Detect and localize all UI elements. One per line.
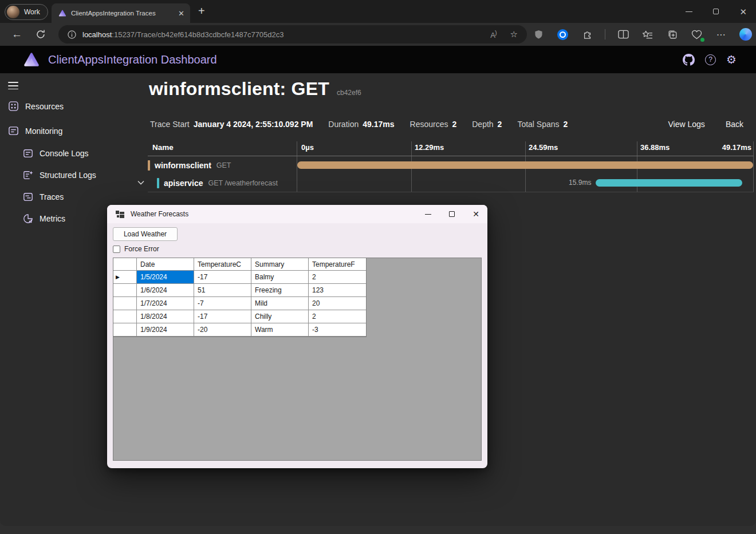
site-info-icon[interactable] [68,30,76,39]
browser-essentials-icon[interactable] [690,27,703,41]
grid-row-header[interactable] [113,297,137,310]
force-error-checkbox-row[interactable]: Force Error [113,245,159,253]
grid-cell[interactable]: 1/7/2024 [137,297,194,310]
winforms-titlebar[interactable]: Weather Forecasts ✕ [107,205,487,223]
trace-timeline-table: Name 0µs 12.29ms 24.59ms 36.88ms 49.17ms… [148,139,754,192]
browser-profile-button[interactable]: Work [5,4,48,20]
grid-cell[interactable]: 2 [309,310,366,323]
sidebar-toggle-icon[interactable] [8,82,18,89]
grid-cell[interactable]: Mild [251,297,309,310]
new-tab-button[interactable]: + [198,5,205,18]
grid-column-header[interactable]: TemperatureF [309,258,366,271]
winforms-close-icon[interactable]: ✕ [472,209,479,219]
timeline-tick: 36.88ms [640,143,670,152]
grid-row[interactable]: 1/8/2024 -17 Chilly 2 [113,310,366,323]
grid-row-header[interactable] [113,310,137,323]
read-aloud-icon[interactable]: A) [490,29,496,39]
trace-duration: Duration 49.17ms [328,120,394,129]
grid-cell[interactable]: 2 [309,271,366,284]
view-logs-button[interactable]: View Logs [668,120,705,129]
github-icon[interactable] [683,54,695,66]
password-manager-icon[interactable] [556,27,570,41]
grid-header-row: Date TemperatureC Summary TemperatureF [113,258,366,271]
settings-gear-icon[interactable]: ⚙ [726,53,737,66]
sidebar-item-metrics[interactable]: Metrics [23,213,65,224]
grid-row[interactable]: 1/7/2024 -7 Mild 20 [113,297,366,310]
span-duration-bar[interactable] [596,179,742,187]
grid-cell[interactable]: Warm [251,323,309,337]
winforms-maximize-icon[interactable] [449,211,455,217]
back-button[interactable]: Back [726,120,743,129]
chevron-down-icon [137,180,144,185]
back-icon[interactable]: ← [11,28,22,41]
favorites-list-icon[interactable] [641,27,655,41]
collections-icon[interactable] [666,27,679,41]
sidebar-item-traces[interactable]: Traces [23,192,64,202]
grid-cell[interactable]: 20 [309,297,366,310]
span-bar-area [297,156,753,174]
console-logs-icon [23,148,33,159]
grid-row-header[interactable]: ▶ [113,271,137,284]
grid-cell[interactable]: 1/8/2024 [137,310,194,323]
grid-selected-cell[interactable]: 1/5/2024 [137,271,194,284]
extensions-puzzle-icon[interactable] [581,27,594,41]
grid-cell[interactable]: 123 [309,284,366,297]
span-color-chip [148,160,150,171]
grid-column-header[interactable]: TemperatureC [194,258,251,271]
trace-page-header: winformsclient: GET cb42ef6 [149,78,361,100]
grid-column-header[interactable]: Date [137,258,194,271]
sidebar-item-monitoring[interactable]: Monitoring [8,125,62,136]
grid-cell[interactable]: -3 [309,323,366,337]
address-bar[interactable]: localhost:15237/Trace/cb42ef614b8d3cdbcf… [58,25,527,43]
split-screen-icon[interactable] [616,27,630,41]
profile-label: Work [24,8,40,16]
sidebar-item-structured-logs[interactable]: Structured Logs [23,170,96,180]
span-duration-bar[interactable] [297,161,753,169]
grid-cell[interactable]: 1/9/2024 [137,323,194,337]
span-row-apiservice[interactable]: apiservice GET /weatherforecast 15.9ms [148,174,754,192]
tab-close-icon[interactable]: ✕ [178,10,184,17]
traces-icon [23,192,33,202]
page-title: winformsclient: GET [149,78,329,100]
winforms-window[interactable]: Weather Forecasts ✕ Load Weather Force E… [107,205,487,468]
load-weather-button[interactable]: Load Weather [113,227,178,241]
refresh-icon[interactable] [36,29,46,39]
grid-column-header[interactable]: Summary [251,258,309,271]
grid-cell[interactable]: -17 [194,271,251,284]
grid-row-header[interactable] [113,284,137,297]
grid-cell[interactable]: -7 [194,297,251,310]
span-row-winformsclient[interactable]: winformsclient GET [148,156,754,174]
toolbar-extensions: ⋯ [531,23,753,46]
help-icon[interactable]: ? [705,54,716,65]
settings-more-icon[interactable]: ⋯ [714,27,728,41]
grid-row[interactable]: 1/9/2024 -20 Warm -3 [113,323,366,337]
timeline-tick: 0µs [301,143,314,152]
weather-data-grid[interactable]: Date TemperatureC Summary TemperatureF ▶… [113,258,482,461]
close-icon[interactable]: ✕ [739,7,747,16]
force-error-checkbox[interactable] [113,246,120,253]
winforms-minimize-icon[interactable] [425,214,431,215]
grid-cell[interactable]: Balmy [251,271,309,284]
sidebar-item-resources[interactable]: Resources [8,101,64,112]
grid-corner-cell[interactable] [113,258,137,271]
url-text[interactable]: localhost:15237/Trace/cb42ef614b8d3cdbcf… [82,30,284,39]
grid-cell[interactable]: 51 [194,284,251,297]
adblock-shield-icon[interactable] [531,27,545,41]
grid-cell[interactable]: -20 [194,323,251,337]
favorite-star-icon[interactable]: ☆ [510,29,518,39]
sidebar-item-console-logs[interactable]: Console Logs [23,148,89,159]
current-row-arrow-icon: ▶ [116,274,120,280]
grid-cell[interactable]: 1/6/2024 [137,284,194,297]
grid-row[interactable]: 1/6/2024 51 Freezing 123 [113,284,366,297]
grid-row[interactable]: ▶ 1/5/2024 -17 Balmy 2 [113,271,366,284]
maximize-icon[interactable] [713,9,719,14]
grid-cell[interactable]: -17 [194,310,251,323]
minimize-icon[interactable] [686,11,692,12]
copilot-icon[interactable] [739,27,753,41]
grid-cell[interactable]: Chilly [251,310,309,323]
dashboard-header-actions: ? ⚙ [683,53,737,66]
browser-tab[interactable]: ClientAppsIntegration Traces ✕ [52,3,190,23]
grid-cell[interactable]: Freezing [251,284,309,297]
grid-row-header[interactable] [113,323,137,337]
browser-window-controls: ✕ [686,0,747,23]
